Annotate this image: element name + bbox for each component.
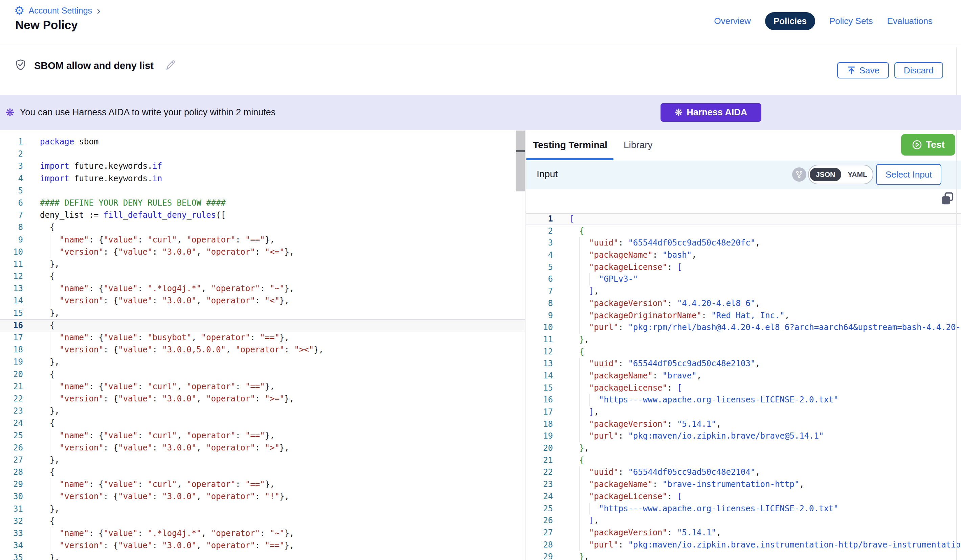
line-number: 10 xyxy=(526,322,553,334)
json-line: 28 "purl": "pkg:maven/io.zipkin.brave.in… xyxy=(526,539,961,551)
line-number: 3 xyxy=(0,160,23,172)
code-text: }, xyxy=(569,551,589,560)
editor-scrollbar[interactable] xyxy=(516,130,525,191)
tab-overview[interactable]: Overview xyxy=(714,16,750,26)
line-number: 24 xyxy=(0,417,23,429)
tab-library[interactable]: Library xyxy=(624,140,653,151)
input-json-editor[interactable]: 1[2 {3 "uuid": "65544df05cc9ad50c48e20fc… xyxy=(526,189,961,560)
upload-arrow-icon xyxy=(847,66,856,75)
json-line: 27 "packageVersion": "5.14.1", xyxy=(526,527,961,539)
line-number: 23 xyxy=(526,478,553,491)
code-text: "packageLicense": [ xyxy=(569,262,682,274)
tab-testing-terminal[interactable]: Testing Terminal xyxy=(533,140,607,151)
code-line: 26 "version": {"value": "3.0.0", "operat… xyxy=(0,442,525,454)
line-number: 6 xyxy=(0,197,23,209)
line-number: 33 xyxy=(0,527,23,539)
code-line: 4import future.keywords.in xyxy=(0,172,525,185)
line-number: 20 xyxy=(0,368,23,380)
test-button[interactable]: Test xyxy=(901,134,955,156)
right-scroll-track xyxy=(956,47,957,95)
toggle-json[interactable]: JSON xyxy=(810,168,841,181)
json-line: 1[ xyxy=(526,213,961,225)
policy-toolbar: SBOM allow and deny list Save Discard xyxy=(0,46,961,95)
line-number: 7 xyxy=(0,209,23,221)
page-title: New Policy xyxy=(15,18,78,32)
line-number: 12 xyxy=(0,270,23,282)
harness-aida-button[interactable]: ❋ Harness AIDA xyxy=(660,103,761,122)
code-text: "version": {"value": "3.0.0", "operator"… xyxy=(40,442,289,454)
code-text: "packageOriginatorName": "Red Hat, Inc."… xyxy=(569,310,789,322)
code-text: package sbom xyxy=(40,136,98,148)
edit-pencil-icon[interactable] xyxy=(164,59,175,72)
json-line: 3 "uuid": "65544df05cc9ad50c48e20fc", xyxy=(526,237,961,249)
line-number: 19 xyxy=(526,430,553,442)
code-text: "uuid": "65544df05cc9ad50c48e2103", xyxy=(569,358,760,370)
line-number: 10 xyxy=(0,246,23,258)
code-line: 31 }, xyxy=(0,503,525,515)
json-line: 23 "packageName": "brave-instrumentation… xyxy=(526,478,961,491)
code-text: "name": {"value": "busybot", "operator":… xyxy=(40,331,289,343)
git-fork-icon[interactable] xyxy=(792,167,806,181)
code-line: 22 "version": {"value": "3.0.0", "operat… xyxy=(0,393,525,405)
line-number: 11 xyxy=(0,258,23,270)
line-number: 16 xyxy=(526,394,553,406)
code-line: 16 { xyxy=(0,319,525,331)
test-label: Test xyxy=(926,139,945,150)
code-text: "version": {"value": "3.0.0", "operator"… xyxy=(40,539,294,552)
code-text: }, xyxy=(40,552,59,560)
discard-button[interactable]: Discard xyxy=(894,62,943,79)
code-text: { xyxy=(40,368,55,380)
tab-policies[interactable]: Policies xyxy=(765,12,815,30)
harness-aida-label: Harness AIDA xyxy=(686,107,747,118)
code-line: 32 { xyxy=(0,515,525,527)
line-number: 27 xyxy=(0,454,23,466)
line-number: 1 xyxy=(526,213,553,225)
code-text: { xyxy=(40,515,55,527)
code-line: 10 "version": {"value": "3.0.0", "operat… xyxy=(0,246,525,258)
json-line: 13 "uuid": "65544df05cc9ad50c48e2103", xyxy=(526,358,961,370)
code-text: import future.keywords.if xyxy=(40,160,162,172)
select-input-button[interactable]: Select Input xyxy=(876,164,942,185)
line-number: 19 xyxy=(0,356,23,368)
format-toggle[interactable]: JSON YAML xyxy=(808,165,873,184)
code-line: 17 "name": {"value": "busybot", "operato… xyxy=(0,331,525,343)
json-line: 11 }, xyxy=(526,334,961,346)
code-text: "https---www.apache.org-licenses-LICENSE… xyxy=(569,503,839,515)
breadcrumb-account-settings-link[interactable]: Account Settings xyxy=(29,6,92,16)
line-number: 28 xyxy=(0,466,23,478)
line-number: 30 xyxy=(0,490,23,502)
code-text: { xyxy=(40,466,55,478)
active-tab-underline xyxy=(526,158,614,160)
code-text: }, xyxy=(40,503,59,515)
testing-panel: Testing Terminal Library Test Input xyxy=(526,130,961,560)
code-text: "version": {"value": "3.0.0", "operator"… xyxy=(40,246,294,258)
line-number: 3 xyxy=(526,237,553,249)
line-number: 18 xyxy=(526,418,553,430)
code-text: "purl": "pkg:maven/io.zipkin.brave.instr… xyxy=(569,539,961,551)
save-button[interactable]: Save xyxy=(837,62,889,79)
code-line: 35 }, xyxy=(0,552,525,560)
code-text: }, xyxy=(40,356,59,368)
json-line: 26 ], xyxy=(526,515,961,527)
code-line: 23 }, xyxy=(0,405,525,417)
line-number: 17 xyxy=(526,406,553,418)
code-line: 14 "version": {"value": "3.0.0", "operat… xyxy=(0,295,525,307)
line-number: 21 xyxy=(0,380,23,393)
line-number: 29 xyxy=(526,551,553,560)
code-text: "version": {"value": "3.0.0,5.0.0", "ope… xyxy=(40,343,323,356)
json-line: 8 "packageVersion": "4.4.20-4.el8_6", xyxy=(526,298,961,310)
tab-evaluations[interactable]: Evaluations xyxy=(887,16,932,26)
tab-policy-sets[interactable]: Policy Sets xyxy=(829,16,873,26)
code-text: }, xyxy=(40,454,59,466)
code-line: 9 "name": {"value": "curl", "operator": … xyxy=(0,234,525,246)
line-number: 31 xyxy=(0,503,23,515)
code-line: 19 }, xyxy=(0,356,525,368)
json-line: 24 "packageLicense": [ xyxy=(526,491,961,503)
input-label: Input xyxy=(537,169,558,180)
code-text: "version": {"value": "3.0.0", "operator"… xyxy=(40,295,289,307)
code-text: "purl": "pkg:rpm/rhel/bash@4.4.20-4.el8_… xyxy=(569,322,961,334)
line-number: 9 xyxy=(526,310,553,322)
policy-code-editor[interactable]: 1package sbom23import future.keywords.if… xyxy=(0,130,525,560)
toggle-yaml[interactable]: YAML xyxy=(842,168,873,181)
code-text: "uuid": "65544df05cc9ad50c48e2104", xyxy=(569,466,760,478)
